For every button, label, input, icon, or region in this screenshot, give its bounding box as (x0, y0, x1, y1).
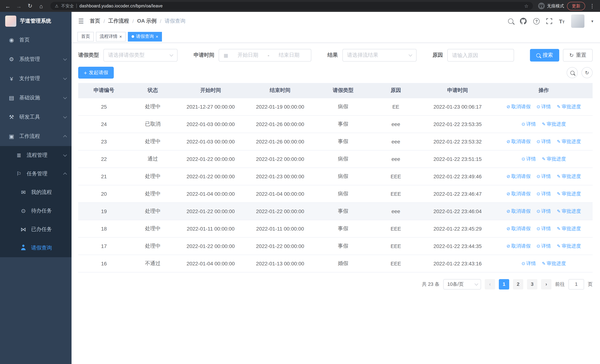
cell-end-time: 2022-01-19 00:00:00 (245, 98, 315, 115)
cell-leave-type: 事假 (315, 237, 371, 255)
approval-progress-link[interactable]: ✎审批进度 (557, 243, 581, 249)
approval-progress-link[interactable]: ✎审批进度 (557, 173, 581, 180)
security-label[interactable]: 不安全 (61, 3, 74, 9)
cell-end-time: 2022-01-11 00:00:00 (245, 220, 315, 237)
edit-icon: ✎ (557, 191, 561, 196)
cell-leave-type: 病假 (315, 98, 371, 115)
page-button-1[interactable]: 1 (499, 279, 509, 289)
sidebar-item-process-mgmt[interactable]: ≣ 流程管理 (0, 146, 72, 165)
reset-button[interactable]: ↻ 重置 (563, 49, 593, 62)
toggle-search-button[interactable] (567, 67, 578, 78)
breadcrumb-separator: / (103, 18, 105, 24)
tab-leave-query[interactable]: 请假查询 × (128, 32, 162, 41)
sidebar-item-label: 支付管理 (19, 75, 64, 82)
fullscreen-icon[interactable] (546, 18, 552, 24)
approval-progress-link[interactable]: ✎审批进度 (557, 190, 581, 197)
create-leave-button[interactable]: + 发起请假 (78, 67, 114, 79)
sidebar-item-infrastructure[interactable]: ▤ 基础设施 (0, 88, 72, 107)
chevron-down-icon[interactable]: ▾ (591, 19, 593, 24)
detail-link[interactable]: ⊙详情 (521, 260, 536, 267)
cell-operations: ⊘取消请假 ⊙详情 ✎审批进度 (495, 220, 593, 237)
search-button[interactable]: 搜索 (530, 49, 559, 62)
font-size-icon[interactable]: TT (559, 18, 565, 24)
reason-input[interactable] (447, 49, 514, 62)
leave-type-select[interactable]: 请选择请假类型 (103, 49, 178, 62)
cell-status: 已取消 (130, 115, 176, 133)
browser-menu-icon[interactable]: ⋮ (588, 3, 596, 9)
cancel-leave-link[interactable]: ⊘取消请假 (506, 103, 531, 110)
detail-link[interactable]: ⊙详情 (536, 243, 551, 249)
sidebar-item-workflow[interactable]: ▣ 工作流程 (0, 127, 72, 146)
sidebar-item-leave-query[interactable]: 请假查询 (0, 239, 72, 257)
tools-icon: ⚒ (7, 114, 16, 121)
sidebar-item-devtools[interactable]: ⚒ 研发工具 (0, 107, 72, 127)
detail-link[interactable]: ⊙详情 (536, 190, 551, 197)
browser-home-icon[interactable]: ⌂ (37, 3, 45, 9)
chevron-down-icon (63, 57, 67, 61)
forward-icon[interactable]: → (15, 3, 23, 9)
chevron-down-icon (475, 282, 478, 285)
detail-link[interactable]: ⊙详情 (521, 156, 536, 162)
goto-page-input[interactable] (569, 279, 584, 289)
close-icon[interactable]: × (156, 34, 158, 39)
sidebar-item-task-mgmt[interactable]: ⚐ 任务管理 (0, 165, 72, 183)
cell-apply-no: 22 (78, 150, 130, 168)
cell-leave-type: 事假 (315, 133, 371, 150)
approval-progress-link[interactable]: ✎审批进度 (557, 225, 581, 232)
cell-apply-time: 2022-01-22 23:53:35 (420, 115, 495, 133)
cancel-leave-link[interactable]: ⊘取消请假 (506, 225, 531, 232)
detail-link[interactable]: ⊙详情 (521, 121, 536, 127)
detail-link[interactable]: ⊙详情 (536, 208, 551, 215)
detail-link[interactable]: ⊙详情 (536, 173, 551, 180)
cancel-leave-link[interactable]: ⊘取消请假 (506, 138, 531, 145)
result-select[interactable]: 请选择流结果 (342, 49, 416, 62)
reload-icon[interactable]: ↻ (26, 3, 34, 9)
detail-link[interactable]: ⊙详情 (536, 138, 551, 145)
address-bar[interactable]: ⚠ 不安全 dashboard.yudao.iocoder.cn/bpm/oa/… (50, 2, 533, 10)
page-button-3[interactable]: 3 (527, 279, 537, 289)
search-icon[interactable] (508, 19, 513, 24)
approval-progress-link[interactable]: ✎审批进度 (557, 138, 581, 145)
detail-link[interactable]: ⊙详情 (536, 103, 551, 110)
approval-progress-link[interactable]: ✎审批进度 (557, 208, 581, 215)
sidebar-toggle-icon[interactable]: ☰ (78, 17, 84, 25)
apply-time-range-picker[interactable]: ▦ 开始日期 - 结束日期 (219, 49, 311, 62)
leave-type-label: 请假类型 (78, 52, 99, 59)
cancel-leave-link[interactable]: ⊘取消请假 (506, 243, 531, 249)
close-icon[interactable]: × (119, 34, 122, 39)
plus-icon: + (84, 70, 87, 75)
detail-link[interactable]: ⊙详情 (536, 225, 551, 232)
breadcrumb-item[interactable]: 工作流程 (108, 18, 129, 24)
breadcrumb-item[interactable]: 首页 (90, 18, 100, 24)
sidebar-item-system[interactable]: ⚙ 系统管理 (0, 50, 72, 69)
breadcrumb-item[interactable]: OA 示例 (137, 18, 157, 24)
bookmark-star-icon[interactable]: ☆ (524, 3, 528, 9)
page-button-2[interactable]: 2 (513, 279, 523, 289)
next-page-button[interactable]: › (541, 279, 552, 289)
cancel-leave-link[interactable]: ⊘取消请假 (506, 208, 531, 215)
update-button[interactable]: 更新 (567, 2, 585, 10)
help-icon[interactable]: ? (533, 18, 540, 24)
edit-icon: ✎ (557, 104, 561, 109)
page-size-select[interactable]: 10条/页 (443, 279, 481, 289)
approval-progress-link[interactable]: ✎审批进度 (542, 156, 566, 162)
approval-progress-link[interactable]: ✎审批进度 (557, 103, 581, 110)
approval-progress-link[interactable]: ✎审批进度 (542, 121, 566, 127)
prev-page-button[interactable]: ‹ (485, 279, 495, 289)
url-text[interactable]: dashboard.yudao.iocoder.cn/bpm/oa/leave (79, 4, 163, 8)
back-icon[interactable]: ← (4, 3, 12, 9)
avatar[interactable] (571, 14, 585, 28)
cell-end-time: 2022-01-23 00:00:00 (245, 168, 315, 185)
cancel-leave-link[interactable]: ⊘取消请假 (506, 190, 531, 197)
sidebar-item-home[interactable]: ◉ 首页 (0, 30, 72, 50)
tab-home[interactable]: 首页 (77, 32, 94, 41)
sidebar-item-payment[interactable]: ¥ 支付管理 (0, 69, 72, 88)
refresh-table-button[interactable]: ↻ (581, 67, 593, 78)
sidebar-item-todo-tasks[interactable]: ⊙ 待办任务 (0, 202, 72, 220)
github-icon[interactable] (520, 18, 527, 24)
tab-process-detail[interactable]: 流程详情 × (96, 32, 126, 41)
cancel-leave-link[interactable]: ⊘取消请假 (506, 173, 531, 180)
approval-progress-link[interactable]: ✎审批进度 (542, 260, 566, 267)
sidebar-item-done-tasks[interactable]: ⋈ 已办任务 (0, 220, 72, 239)
sidebar-item-my-process[interactable]: ✉ 我的流程 (0, 183, 72, 202)
